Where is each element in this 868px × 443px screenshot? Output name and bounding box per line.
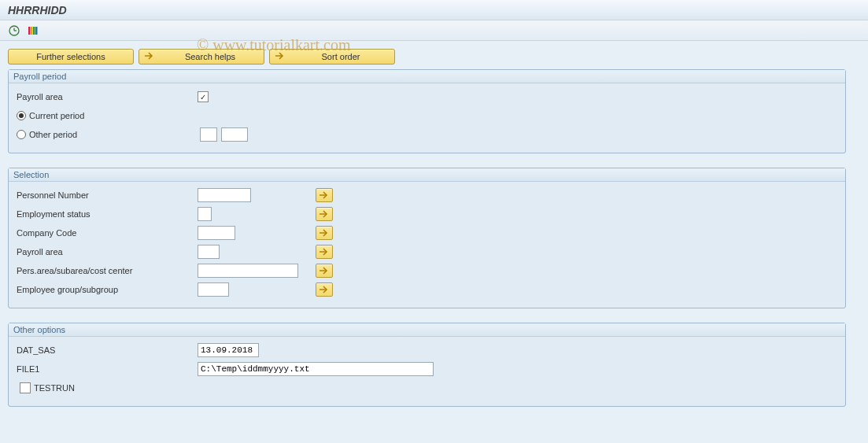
selection-row: Company Code (17, 224, 839, 242)
other-period-input-2[interactable] (221, 127, 248, 142)
app-toolbar (0, 20, 868, 41)
radio-icon (17, 111, 26, 120)
content-area: Further selections Search helps Sort ord… (0, 41, 868, 443)
current-period-label: Current period (29, 111, 84, 120)
arrow-right-icon (275, 51, 286, 62)
selection-input[interactable] (198, 245, 220, 259)
other-period-radio[interactable]: Other period (17, 130, 198, 139)
selection-row: Payroll area (17, 243, 839, 260)
search-helps-button[interactable]: Search helps (139, 49, 264, 65)
selection-input[interactable] (198, 264, 298, 278)
sort-order-label: Sort order (294, 52, 388, 61)
multiple-selection-button[interactable] (316, 188, 333, 202)
arrow-right-icon (319, 266, 330, 275)
other-period-input-1[interactable] (200, 127, 217, 142)
payroll-area-label: Payroll area (17, 92, 198, 102)
arrow-right-icon (319, 247, 330, 257)
testrun-label: TESTRUN (34, 383, 75, 393)
arrow-right-icon (319, 285, 330, 294)
multiple-selection-button[interactable] (316, 226, 333, 240)
radio-icon (17, 130, 26, 139)
selection-row: Employee group/subgroup (17, 281, 839, 298)
selection-input[interactable] (198, 188, 251, 202)
payroll-period-group: Payroll period Payroll area ✓ Current pe… (8, 69, 846, 153)
other-options-legend: Other options (9, 323, 845, 337)
selection-input[interactable] (198, 226, 235, 240)
further-selections-label: Further selections (36, 52, 105, 61)
selection-label: Payroll area (17, 247, 198, 257)
selection-input[interactable] (198, 207, 212, 221)
file1-input[interactable] (198, 362, 434, 376)
selection-label: Employee group/subgroup (17, 285, 198, 294)
selection-label: Company Code (17, 228, 198, 238)
title-bar: HHRRHIDD (0, 0, 868, 20)
selection-row: Employment status (17, 205, 839, 223)
sort-order-button[interactable]: Sort order (269, 49, 395, 65)
execute-icon[interactable] (8, 24, 20, 37)
current-period-radio[interactable]: Current period (17, 111, 198, 120)
selection-label: Personnel Number (17, 190, 198, 200)
page-title: HHRRHIDD (8, 4, 67, 17)
other-period-label: Other period (29, 130, 77, 139)
multiple-selection-button[interactable] (316, 264, 333, 278)
checkmark-icon: ✓ (200, 93, 206, 102)
selection-label: Employment status (17, 209, 198, 219)
arrow-right-icon (144, 51, 155, 62)
svg-rect-6 (35, 27, 38, 35)
search-helps-label: Search helps (163, 52, 257, 61)
multiple-selection-button[interactable] (316, 207, 333, 221)
variant-icon[interactable] (27, 24, 39, 37)
payroll-period-legend: Payroll period (9, 70, 845, 83)
further-selections-button[interactable]: Further selections (8, 49, 134, 65)
selection-legend: Selection (9, 168, 845, 182)
svg-rect-5 (33, 27, 35, 35)
svg-rect-4 (31, 27, 33, 35)
testrun-checkbox[interactable] (20, 382, 31, 393)
svg-rect-3 (28, 27, 31, 35)
selection-input[interactable] (198, 282, 229, 297)
dat-sas-input[interactable] (198, 343, 259, 357)
multiple-selection-button[interactable] (316, 282, 333, 297)
file1-label: FILE1 (17, 364, 198, 374)
multiple-selection-button[interactable] (316, 245, 333, 259)
arrow-right-icon (319, 209, 330, 219)
selection-group: Selection Personnel NumberEmployment sta… (8, 168, 846, 308)
selection-row: Pers.area/subarea/cost center (17, 262, 839, 279)
selection-toolbar: Further selections Search helps Sort ord… (8, 49, 860, 65)
other-options-group: Other options DAT_SAS FILE1 TESTRUN (8, 323, 846, 407)
selection-label: Pers.area/subarea/cost center (17, 266, 198, 275)
payroll-area-checkbox[interactable]: ✓ (198, 91, 209, 102)
dat-sas-label: DAT_SAS (17, 345, 198, 355)
arrow-right-icon (319, 190, 330, 200)
arrow-right-icon (319, 228, 330, 238)
selection-row: Personnel Number (17, 186, 839, 204)
